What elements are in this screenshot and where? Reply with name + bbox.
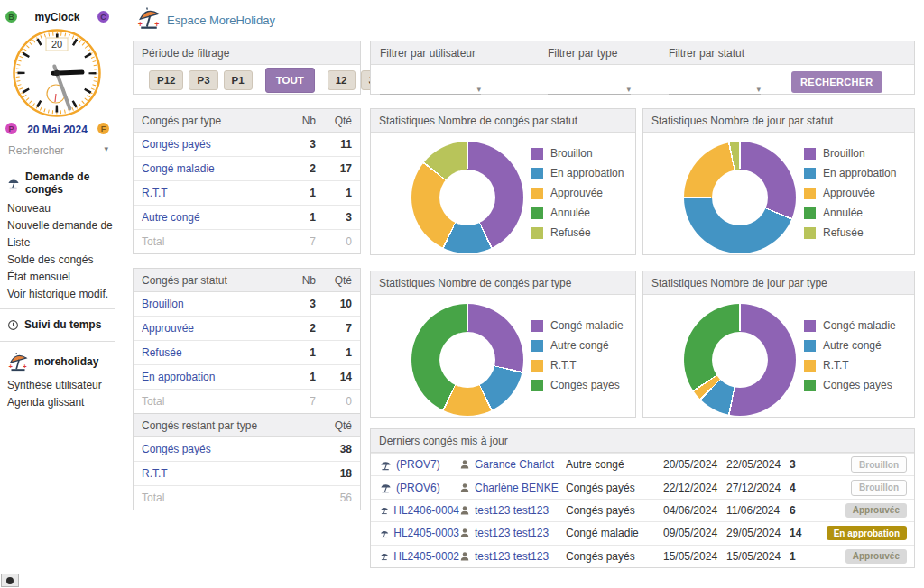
legend-swatch xyxy=(531,320,543,332)
legend-item-conges-payes[interactable]: Congés payés xyxy=(804,379,896,391)
leave-ref[interactable]: (PROV7) xyxy=(380,458,459,471)
leave-start-date: 09/05/2024 xyxy=(663,527,726,539)
label-cell[interactable]: Congés payés xyxy=(142,138,280,151)
menu-item-agenda-glissant[interactable]: Agenda glissant xyxy=(0,393,115,410)
legend-item-conge-maladie[interactable]: Congé maladie xyxy=(531,319,624,332)
leave-user[interactable]: test123 test123 xyxy=(459,550,566,563)
label-cell[interactable]: En approbation xyxy=(142,371,280,383)
legend-item-approuvee[interactable]: Approuvée xyxy=(804,187,896,199)
label-cell[interactable]: Autre congé xyxy=(142,211,280,224)
legend-item-refusee[interactable]: Refusée xyxy=(531,226,624,239)
search-input[interactable]: Rechercher ▾ xyxy=(7,141,109,161)
status-badge: Approuvée xyxy=(845,549,907,564)
legend-item-r-t-t[interactable]: R.T.T xyxy=(804,359,896,372)
leave-ref[interactable]: HL2406-0004 xyxy=(380,504,459,517)
clock-center-cap xyxy=(54,70,60,76)
label-cell[interactable]: Congé maladie xyxy=(142,162,280,175)
menu-item-synthese-utilisateur[interactable]: Synthèse utilisateur xyxy=(0,376,115,393)
search-filter-panel: Filtrer par utilisateur Filtrer par type… xyxy=(370,41,915,95)
label-cell[interactable]: Approuvée xyxy=(142,322,280,335)
legend-item-en-approbation[interactable]: En approbation xyxy=(531,167,624,179)
menu-section-moreholiday[interactable]: + +moreholiday xyxy=(0,346,115,376)
filter-status-label: Filtrer par statut xyxy=(669,47,744,60)
clock-badge-b[interactable]: B xyxy=(5,11,17,23)
leave-user[interactable]: test123 test123 xyxy=(459,527,566,539)
table-row: Autre congé13 xyxy=(134,205,360,229)
label-cell[interactable]: R.T.T xyxy=(142,187,280,199)
chart-title: Statistiques Nombre de congés par statut xyxy=(379,115,627,127)
table-row: Brouillon310 xyxy=(134,292,360,316)
chevron-down-icon: ▾ xyxy=(104,144,108,157)
legend-swatch xyxy=(804,360,816,372)
legend-item-autre-conge[interactable]: Autre congé xyxy=(804,339,896,352)
chart-title: Statistiques Nombre de jour par type xyxy=(651,277,906,289)
label-cell[interactable]: Refusée xyxy=(142,346,280,359)
chart-jour-par-statut-panel: Statistiques Nombre de jour par statut B… xyxy=(642,108,915,255)
legend-swatch xyxy=(804,227,816,239)
legend-label: Approuvée xyxy=(550,187,603,199)
value-cell: 2 xyxy=(280,322,316,335)
status-badge: Approuvée xyxy=(845,503,907,518)
period-button-tout[interactable]: TOUT xyxy=(265,68,315,93)
donut-chart[interactable] xyxy=(684,142,796,253)
legend-label: R.T.T xyxy=(550,359,577,372)
menu-item-voir-historique-modif[interactable]: Voir historique modif. xyxy=(0,285,115,302)
leave-ref[interactable]: HL2405-0002 xyxy=(380,550,459,563)
donut-chart[interactable] xyxy=(411,142,523,253)
menu-section-demande-de-conges[interactable]: Demande de congés xyxy=(0,166,115,199)
menu-item-solde-des-conges[interactable]: Solde des congés xyxy=(0,251,115,268)
label-cell[interactable]: Brouillon xyxy=(142,298,280,310)
donut-chart[interactable] xyxy=(411,304,523,416)
umbrella-icon xyxy=(380,459,392,471)
svg-text:+: + xyxy=(23,363,27,371)
donut-chart[interactable] xyxy=(684,304,796,416)
menu-item-nouveau[interactable]: Nouveau xyxy=(0,199,115,216)
status-badge: Brouillon xyxy=(851,456,907,473)
label-cell[interactable]: Congés payés xyxy=(142,443,316,455)
menu-item-liste[interactable]: Liste xyxy=(0,234,115,251)
legend-item-refusee[interactable]: Refusée xyxy=(804,226,896,239)
column-headers: NbQté xyxy=(280,115,352,127)
legend-label: En approbation xyxy=(823,167,896,179)
table-header: Congés par statut NbQté xyxy=(134,269,360,292)
period-button-p12[interactable]: P12 xyxy=(149,70,183,90)
leave-user[interactable]: test123 test123 xyxy=(459,504,566,517)
filter-type-select[interactable]: ▾ xyxy=(548,78,631,95)
menu-section-suivi-du-temps[interactable]: Suivi du temps xyxy=(0,314,115,335)
legend-item-brouillon[interactable]: Brouillon xyxy=(804,147,896,160)
legend-item-annulee[interactable]: Annulée xyxy=(804,207,896,219)
filter-user-select[interactable]: ▾ xyxy=(380,78,481,95)
leave-user[interactable]: Charlène BENKE xyxy=(459,482,566,494)
menu-divider xyxy=(0,341,115,342)
search-button[interactable]: RECHERCHER xyxy=(791,71,882,93)
period-button-p3[interactable]: P3 xyxy=(189,70,217,90)
menu-item-etat-mensuel[interactable]: État mensuel xyxy=(0,268,115,285)
legend-item-r-t-t[interactable]: R.T.T xyxy=(531,359,624,372)
chart-legend: BrouillonEn approbationApprouvéeAnnuléeR… xyxy=(531,147,624,246)
legend-item-brouillon[interactable]: Brouillon xyxy=(531,147,624,160)
leave-ref[interactable]: (PROV6) xyxy=(380,482,459,494)
legend-item-en-approbation[interactable]: En approbation xyxy=(804,167,896,179)
label-cell[interactable]: R.T.T xyxy=(142,467,316,480)
leave-user[interactable]: Garance Charlot xyxy=(459,458,566,471)
chart-conges-par-type-panel: Statistiques Nombre de congés par type C… xyxy=(370,271,636,418)
legend-label: Refusée xyxy=(550,226,591,239)
filter-status-select[interactable]: ▾ xyxy=(669,78,761,95)
clock-badge-c[interactable]: C xyxy=(97,11,109,23)
corner-widget[interactable] xyxy=(1,574,19,587)
value-cell: 14 xyxy=(316,371,352,383)
umbrella-logo-icon: + + xyxy=(7,351,29,372)
legend-item-conges-payes[interactable]: Congés payés xyxy=(531,379,624,391)
label-cell: Total xyxy=(142,395,280,408)
legend-item-conge-maladie[interactable]: Congé maladie xyxy=(804,319,896,332)
period-button-12[interactable]: 12 xyxy=(328,70,356,90)
menu-item-nouvelle-demande-de-co[interactable]: Nouvelle demande de co... xyxy=(0,216,115,234)
legend-item-autre-conge[interactable]: Autre congé xyxy=(531,339,624,352)
leave-type: Congé maladie xyxy=(566,527,663,539)
legend-swatch xyxy=(531,207,543,219)
period-button-p1[interactable]: P1 xyxy=(224,70,253,90)
person-icon xyxy=(459,551,470,562)
leave-ref[interactable]: HL2405-0003 xyxy=(380,527,459,539)
legend-item-annulee[interactable]: Annulée xyxy=(531,207,624,219)
legend-item-approuvee[interactable]: Approuvée xyxy=(531,187,624,199)
